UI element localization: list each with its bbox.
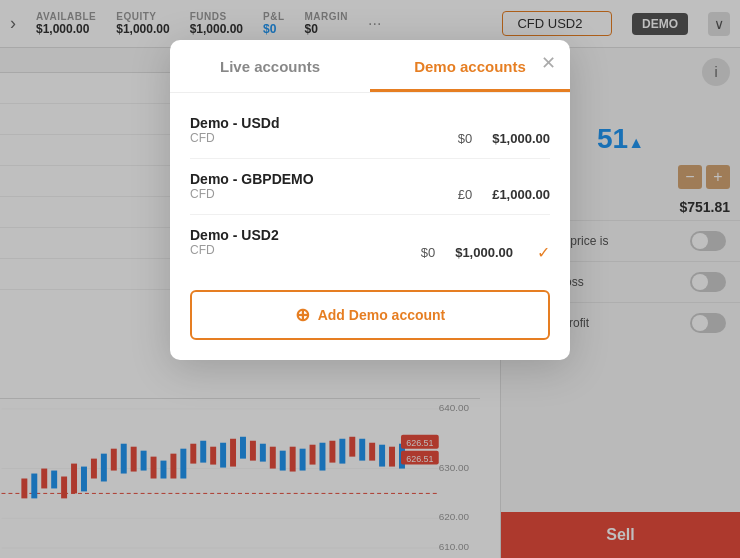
accounts-modal: Live accounts Demo accounts ✕ Demo - USD… xyxy=(170,40,570,360)
selected-checkmark-icon: ✓ xyxy=(537,243,550,262)
account-balance-main-2: £1,000.00 xyxy=(492,187,550,202)
account-balance-small-1: $0 xyxy=(458,131,472,146)
account-name-2: Demo - GBPDEMO xyxy=(190,171,550,187)
account-item-usd[interactable]: Demo - USDd CFD $0 $1,000.00 xyxy=(190,103,550,159)
account-item-gbp[interactable]: Demo - GBPDEMO CFD £0 £1,000.00 xyxy=(190,159,550,215)
account-values-2: £0 £1,000.00 xyxy=(190,187,550,202)
account-item-usd2[interactable]: Demo - USD2 CFD $0 $1,000.00 ✓ xyxy=(190,215,550,274)
modal-overlay[interactable]: Live accounts Demo accounts ✕ Demo - USD… xyxy=(0,0,740,558)
add-account-label: Add Demo account xyxy=(318,307,446,323)
account-balance-main-3: $1,000.00 xyxy=(455,245,513,260)
modal-body: Demo - USDd CFD $0 $1,000.00 Demo - GBPD… xyxy=(170,93,570,360)
add-demo-account-button[interactable]: ⊕ Add Demo account xyxy=(190,290,550,340)
account-balance-small-2: £0 xyxy=(458,187,472,202)
tab-demo-accounts[interactable]: Demo accounts xyxy=(370,40,570,92)
account-values-1: $0 $1,000.00 xyxy=(190,131,550,146)
account-name-3: Demo - USD2 xyxy=(190,227,550,243)
modal-tabs: Live accounts Demo accounts ✕ xyxy=(170,40,570,93)
tab-live-accounts[interactable]: Live accounts xyxy=(170,40,370,92)
account-balance-small-3: $0 xyxy=(421,245,435,260)
account-name-1: Demo - USDd xyxy=(190,115,550,131)
account-balance-main-1: $1,000.00 xyxy=(492,131,550,146)
add-account-plus-icon: ⊕ xyxy=(295,304,310,326)
modal-close-button[interactable]: ✕ xyxy=(541,54,556,72)
account-values-3: $0 $1,000.00 ✓ xyxy=(190,243,550,262)
